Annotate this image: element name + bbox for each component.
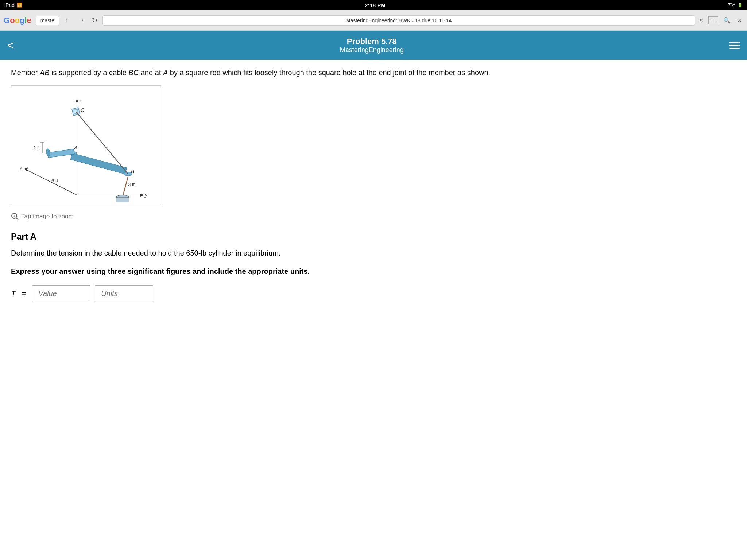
part-a-title: Part A bbox=[11, 232, 500, 242]
app-header: < Problem 5.78 MasteringEngineering bbox=[0, 31, 747, 60]
status-bar: iPad 📶 2:18 PM 7% 🔋 bbox=[0, 0, 747, 10]
instruction-text: Express your answer using three signific… bbox=[11, 266, 500, 277]
status-right: 7% 🔋 bbox=[728, 2, 743, 8]
svg-text:2 ft: 2 ft bbox=[33, 145, 40, 151]
svg-text:+: + bbox=[13, 214, 15, 218]
zoom-text: Tap image to zoom bbox=[21, 213, 74, 220]
svg-text:C: C bbox=[81, 107, 85, 113]
problem-description: Member AB is supported by a cable BC and… bbox=[11, 67, 500, 78]
plus-one-button[interactable]: +1 bbox=[708, 16, 718, 24]
svg-text:x: x bbox=[20, 165, 23, 171]
hamburger-line-2 bbox=[729, 45, 740, 46]
svg-text:B: B bbox=[131, 168, 134, 174]
svg-text:y: y bbox=[144, 192, 148, 198]
browser-actions: ⎋ +1 🔍 ✕ bbox=[698, 16, 743, 24]
hamburger-line-3 bbox=[729, 48, 740, 49]
svg-text:z: z bbox=[79, 98, 82, 104]
svg-rect-31 bbox=[116, 197, 129, 202]
svg-text:6 ft: 6 ft bbox=[51, 178, 58, 183]
back-nav-button[interactable]: < bbox=[7, 39, 14, 52]
svg-text:A: A bbox=[74, 145, 77, 151]
search-button[interactable]: 🔍 bbox=[722, 16, 732, 24]
wifi-icon: 📶 bbox=[17, 3, 22, 8]
browser-chrome: Google maste ← → ↻ MasteringEngineering:… bbox=[0, 10, 747, 31]
google-logo: Google bbox=[4, 16, 31, 25]
units-input[interactable] bbox=[95, 285, 153, 302]
device-label: iPad bbox=[4, 2, 15, 8]
zoom-hint[interactable]: + Tap image to zoom bbox=[11, 213, 500, 221]
t-label: T bbox=[11, 289, 16, 299]
forward-button[interactable]: → bbox=[76, 16, 87, 25]
part-a-description: Determine the tension in the cable neede… bbox=[11, 248, 500, 258]
address-bar[interactable]: MasteringEngineering: HWK #18 due 10.10.… bbox=[102, 15, 695, 26]
back-button[interactable]: ← bbox=[62, 16, 73, 25]
battery-icon: 🔋 bbox=[738, 3, 743, 8]
status-left: iPad 📶 bbox=[4, 2, 22, 8]
value-input[interactable] bbox=[32, 285, 90, 302]
answer-row: T = bbox=[11, 285, 500, 302]
share-button[interactable]: ⎋ bbox=[698, 16, 705, 24]
svg-text:3 ft: 3 ft bbox=[128, 182, 135, 187]
diagram-container[interactable]: z x y C bbox=[11, 85, 161, 206]
equals-sign: = bbox=[22, 289, 26, 299]
hamburger-line-1 bbox=[729, 42, 740, 43]
zoom-icon: + bbox=[11, 213, 19, 221]
browser-tab[interactable]: maste bbox=[36, 16, 59, 25]
battery-percent: 7% bbox=[728, 2, 735, 8]
status-time: 2:18 PM bbox=[365, 2, 386, 8]
header-center: Problem 5.78 MasteringEngineering bbox=[340, 37, 404, 54]
content-area: Member AB is supported by a cable BC and… bbox=[0, 60, 511, 309]
problem-title: Problem 5.78 bbox=[340, 37, 404, 46]
problem-diagram: z x y C bbox=[15, 89, 157, 202]
refresh-button[interactable]: ↻ bbox=[90, 16, 100, 25]
svg-line-35 bbox=[16, 218, 18, 220]
menu-button[interactable] bbox=[729, 42, 740, 49]
close-button[interactable]: ✕ bbox=[736, 16, 743, 24]
app-name: MasteringEngineering bbox=[340, 46, 404, 54]
